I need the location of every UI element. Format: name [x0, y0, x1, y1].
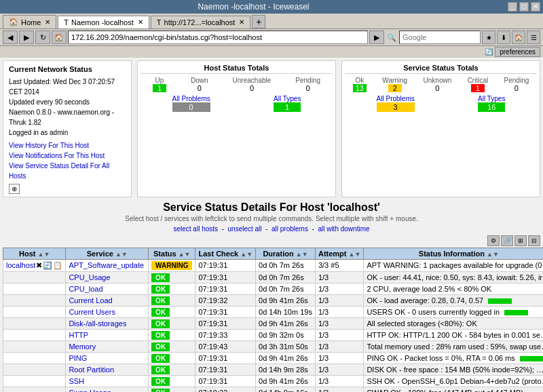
address-input[interactable]: [68, 31, 368, 44]
col-attempt[interactable]: Attempt ▲▼: [315, 248, 363, 259]
svc-all-problems-link[interactable]: All Problems: [377, 95, 415, 102]
cell-service: SSH: [66, 375, 149, 387]
table-row: Root Partition OK07:19:310d 14h 9m 28s1/…: [3, 364, 544, 375]
host-icon3[interactable]: 📋: [53, 261, 62, 270]
cell-statusinfo: USERS OK - 0 users currently logged in: [364, 306, 543, 317]
preferences-button[interactable]: preferences: [495, 47, 540, 57]
table-row: CPU_load OK07:19:310d 0h 7m 26s1/32 CPU,…: [3, 283, 544, 294]
downloads-button[interactable]: ⬇: [497, 31, 510, 44]
view-notifications-link[interactable]: View Notifications For This Host: [9, 151, 126, 161]
service-totals-row: Ok 13 Warning 2 Unknown 0 Critical 1 Pen…: [345, 77, 537, 92]
home-toolbar-button[interactable]: 🏠: [512, 31, 525, 44]
reload-button[interactable]: ↻: [35, 31, 50, 44]
cell-duration: 0d 14h 10m 19s: [256, 306, 316, 317]
host-down-value[interactable]: 0: [193, 84, 206, 92]
cell-attempt: 1/3: [315, 317, 363, 329]
host-up-value[interactable]: 1: [153, 84, 166, 92]
table-toolbar-btn1[interactable]: ⚙: [487, 235, 500, 246]
select-all-link-top[interactable]: select all hosts: [173, 225, 218, 233]
svc-totals-links: All Problems 3 All Types 16: [345, 95, 537, 112]
svc-all-types-link[interactable]: All Types: [478, 95, 505, 102]
svc-ok-value[interactable]: 13: [353, 84, 367, 92]
tab-http-close[interactable]: ✕: [239, 18, 244, 26]
service-link[interactable]: PING: [69, 354, 87, 362]
unselect-all-link-top[interactable]: unselect all: [228, 225, 262, 233]
forward-button[interactable]: ▶: [19, 31, 34, 44]
col-status[interactable]: Status ▲▼: [149, 248, 195, 259]
tab-http[interactable]: T http://172...=localhost ✕: [151, 16, 251, 28]
cell-duration: 0d 9h 41m 26s: [256, 294, 316, 306]
new-tab-button[interactable]: +: [252, 15, 265, 28]
cell-duration: 0d 14h 9m 28s: [256, 364, 316, 375]
service-link[interactable]: APT_Software_update: [69, 261, 144, 269]
tab-home-close[interactable]: ✕: [45, 18, 50, 26]
view-history-link[interactable]: View History For This Host: [9, 140, 126, 151]
col-lastcheck[interactable]: Last Check ▲▼: [195, 248, 256, 259]
tab-naemon[interactable]: T Naemon -localhost ✕: [58, 16, 149, 28]
back-button[interactable]: ◀: [3, 31, 18, 44]
menu-button[interactable]: ☰: [527, 31, 540, 44]
col-host[interactable]: Host ▲▼: [3, 248, 66, 259]
service-link[interactable]: SSH: [69, 377, 84, 385]
cell-status: OK: [149, 317, 195, 329]
host-map-icon[interactable]: ⊕: [9, 184, 20, 194]
go-button[interactable]: ▶: [369, 31, 384, 44]
refresh-icon: 🔄: [485, 48, 493, 56]
tab-naemon-close[interactable]: ✕: [138, 18, 143, 26]
svc-critical-value[interactable]: 1: [471, 84, 485, 92]
svc-warning-value[interactable]: 2: [388, 84, 402, 92]
close-button[interactable]: ✕: [531, 2, 540, 12]
tab-home[interactable]: 🏠 Home ✕: [3, 15, 56, 28]
cell-lastcheck: 07:19:31: [195, 375, 256, 387]
col-duration-label: Duration: [263, 250, 293, 258]
svc-total-unknown: Unknown 0: [424, 77, 452, 92]
table-toolbar-btn2[interactable]: 🔗: [501, 235, 513, 246]
search-input[interactable]: [399, 31, 481, 44]
cell-status: OK: [149, 283, 195, 294]
bookmark-star-button[interactable]: ★: [482, 31, 495, 44]
col-duration[interactable]: Duration ▲▼: [256, 248, 316, 259]
svc-pending-value[interactable]: 0: [510, 84, 523, 92]
service-link[interactable]: CPU_Usage: [69, 273, 110, 281]
cell-statusinfo: HTTP OK: HTTP/1.1 200 OK - 584 bytes in …: [364, 329, 543, 340]
cell-host: localhost ✖ 🔄 📋: [3, 259, 66, 271]
host-all-problems-value: 0: [172, 102, 210, 112]
host-all-types-link[interactable]: All Types: [274, 95, 301, 102]
cell-lastcheck: 07:19:32: [195, 294, 256, 306]
col-statusinfo[interactable]: Status Information ▲▼: [364, 248, 543, 259]
all-downtime-link-top[interactable]: all with downtime: [318, 225, 369, 233]
minimize-button[interactable]: _: [508, 2, 517, 12]
host-all-problems-link[interactable]: All Problems: [172, 95, 210, 102]
table-toolbar-btn3[interactable]: ⊞: [514, 235, 527, 246]
col-statusinfo-label: Status Information: [419, 250, 485, 258]
service-link[interactable]: Disk-/all-storages: [69, 319, 126, 328]
service-link[interactable]: Swap Usage: [69, 389, 111, 393]
cell-service: Swap Usage: [66, 387, 149, 392]
svc-unknown-value[interactable]: 0: [430, 84, 444, 92]
cell-duration: 0d 3h 31m 50s: [256, 340, 316, 352]
service-link[interactable]: Memory: [69, 342, 96, 351]
service-link[interactable]: Current Load: [69, 296, 112, 305]
table-row: SSH OK07:19:310d 9h 41m 26s1/3SSH OK - O…: [3, 375, 544, 387]
home-button[interactable]: 🏠: [52, 31, 67, 44]
host-link[interactable]: localhost: [6, 261, 35, 269]
view-service-status-link[interactable]: View Service Status Detail For All Hosts: [9, 161, 126, 181]
host-icons: localhost ✖ 🔄 📋: [6, 261, 62, 270]
svc-unknown-label: Unknown: [424, 77, 452, 84]
table-toolbar-btn4[interactable]: ⊟: [528, 235, 540, 246]
service-link[interactable]: CPU_load: [69, 285, 102, 293]
cell-host: [3, 364, 66, 375]
status-badge: OK: [151, 331, 170, 340]
host-icon2[interactable]: 🔄: [43, 261, 52, 270]
svc-ok-label: Ok: [353, 77, 367, 84]
host-pending-value[interactable]: 0: [301, 84, 315, 92]
service-link[interactable]: Current Users: [69, 308, 115, 316]
all-problems-link-top[interactable]: all problems: [272, 225, 308, 233]
service-link[interactable]: HTTP: [69, 331, 88, 339]
service-link[interactable]: Root Partition: [69, 366, 114, 374]
cell-attempt: 1/3: [315, 352, 363, 364]
maximize-button[interactable]: □: [519, 2, 529, 12]
host-unreachable-value[interactable]: 0: [245, 84, 259, 92]
col-service[interactable]: Service ▲▼: [66, 248, 149, 259]
host-icon1[interactable]: ✖: [36, 261, 42, 270]
